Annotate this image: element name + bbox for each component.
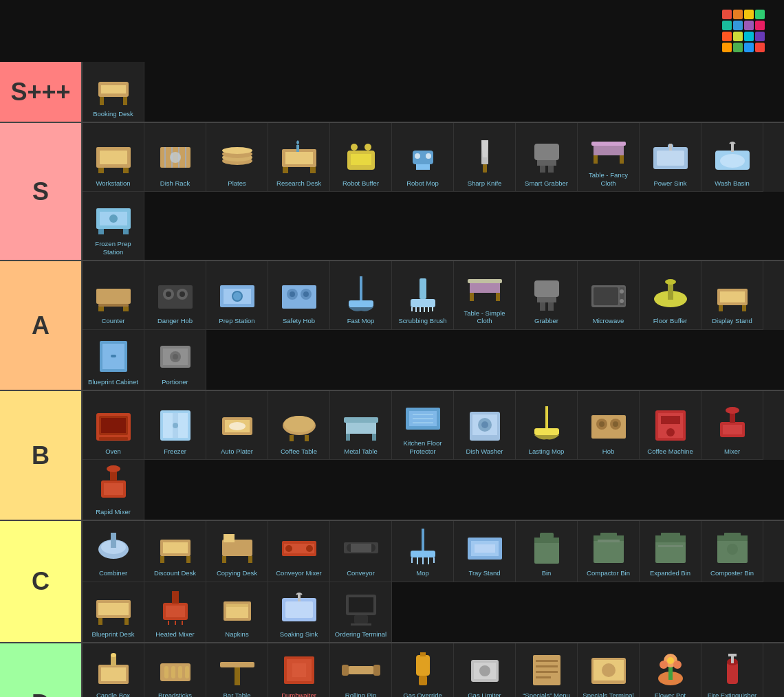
item-discount-desk[interactable]: Discount Desk bbox=[144, 521, 206, 582]
item-counter[interactable]: Counter bbox=[83, 261, 144, 330]
item-soaking-sink[interactable]: Soaking Sink bbox=[268, 582, 330, 642]
item-frozen-prep-station[interactable]: Frozen Prep Station bbox=[83, 192, 144, 260]
svg-rect-212 bbox=[235, 667, 240, 685]
item-composter-bin[interactable]: Composter Bin bbox=[701, 521, 763, 582]
item-candle-box[interactable]: Candle Box bbox=[83, 643, 144, 697]
item-label: Plates bbox=[228, 179, 246, 187]
item-plates[interactable]: Plates bbox=[206, 123, 268, 192]
item-scrubbing-brush[interactable]: Scrubbing Brush bbox=[392, 261, 454, 330]
item-portioner[interactable]: Portioner bbox=[144, 330, 206, 390]
item-label: Robot Mop bbox=[406, 179, 438, 187]
item-breadsticks[interactable]: Breadsticks bbox=[144, 643, 206, 697]
item-label: Frozen Prep Station bbox=[85, 240, 141, 256]
item-metal-table[interactable]: Metal Table bbox=[330, 391, 392, 460]
item-specials-terminal[interactable]: Specials Terminal bbox=[578, 643, 640, 697]
item-icon-bin bbox=[524, 525, 569, 566]
item-prep-station[interactable]: Prep Station bbox=[206, 261, 268, 330]
item-dish-washer[interactable]: Dish Washer bbox=[454, 391, 516, 460]
svg-rect-116 bbox=[305, 435, 309, 441]
item-icon-coffee bbox=[648, 403, 693, 445]
item-fast-mop[interactable]: Fast Mop bbox=[330, 261, 392, 330]
item-heated-mixer[interactable]: Heated Mixer bbox=[144, 582, 206, 642]
item-mop[interactable]: Mop bbox=[392, 521, 454, 582]
svg-rect-2 bbox=[100, 97, 104, 105]
item-blueprint-cabinet[interactable]: Blueprint Cabinet bbox=[83, 330, 144, 390]
item-icon-napkins bbox=[215, 586, 259, 628]
item-blueprint-desk[interactable]: Blueprint Desk bbox=[83, 582, 144, 642]
item-kitchen-floor-protector[interactable]: Kitchen Floor Protector bbox=[392, 391, 454, 460]
item-coffee-table[interactable]: Coffee Table bbox=[268, 391, 330, 460]
item-copying-desk[interactable]: Copying Desk bbox=[206, 521, 268, 582]
item-rapid-mixer[interactable]: Rapid Mixer bbox=[83, 460, 144, 520]
item-grabber[interactable]: Grabber bbox=[516, 261, 578, 330]
tier-row-d: DCandle BoxBreadsticksBar TableDumbwaite… bbox=[0, 643, 784, 697]
svg-rect-150 bbox=[163, 542, 188, 553]
item-coffee-machine[interactable]: Coffee Machine bbox=[640, 391, 701, 460]
item-label: Dish Rack bbox=[160, 179, 190, 187]
svg-rect-37 bbox=[548, 166, 554, 173]
item-table---fancy-cloth[interactable]: Table - Fancy Cloth bbox=[578, 123, 640, 192]
item-smart-grabber[interactable]: Smart Grabber bbox=[516, 123, 578, 192]
item-label: Oven bbox=[105, 447, 121, 455]
svg-rect-216 bbox=[346, 666, 376, 674]
tier-sppp-row-0: Booking Desk bbox=[83, 62, 784, 122]
tier-row-a: ACounterDanger HobPrep StationSafety Hob… bbox=[0, 261, 784, 391]
item-auto-plater[interactable]: Auto Plater bbox=[206, 391, 268, 460]
item-gas-override[interactable]: Gas Override bbox=[392, 643, 454, 697]
item-sharp-knife[interactable]: Sharp Knife bbox=[454, 123, 516, 192]
item-dumbwaiter[interactable]: Dumbwaiter bbox=[268, 643, 330, 697]
svg-rect-154 bbox=[224, 534, 235, 542]
item-napkins[interactable]: Napkins bbox=[206, 582, 268, 642]
item-bar-table[interactable]: Bar Table bbox=[206, 643, 268, 697]
item-gas-limiter[interactable]: Gas Limiter bbox=[454, 643, 516, 697]
item-compactor-bin[interactable]: Compactor Bin bbox=[578, 521, 640, 582]
item-conveyor-mixer[interactable]: Conveyor Mixer bbox=[268, 521, 330, 582]
svg-rect-97 bbox=[111, 355, 116, 357]
item-bin[interactable]: Bin bbox=[516, 521, 578, 582]
item-combiner[interactable]: Combiner bbox=[83, 521, 144, 582]
svg-rect-76 bbox=[470, 283, 500, 293]
tier-label-c: C bbox=[0, 521, 83, 642]
tier-b-row-1: Rapid Mixer bbox=[83, 460, 784, 520]
item-tray-stand[interactable]: Tray Stand bbox=[454, 521, 516, 582]
item-microwave[interactable]: Microwave bbox=[578, 261, 640, 330]
svg-point-184 bbox=[727, 544, 738, 555]
item-mixer[interactable]: Mixer bbox=[701, 391, 763, 460]
item-display-stand[interactable]: Display Stand bbox=[701, 261, 763, 330]
item-conveyor[interactable]: Conveyor bbox=[330, 521, 392, 582]
item-label: Research Desk bbox=[276, 179, 321, 187]
item-rolling-pin[interactable]: Rolling Pin bbox=[330, 643, 392, 697]
item-danger-hob[interactable]: Danger Hob bbox=[144, 261, 206, 330]
item-icon-menu bbox=[524, 648, 569, 689]
item-power-sink[interactable]: Power Sink bbox=[640, 123, 701, 192]
item-label: Mop bbox=[416, 569, 428, 577]
item-robot-mop[interactable]: Robot Mop bbox=[392, 123, 454, 192]
item-freezer[interactable]: Freezer bbox=[144, 391, 206, 460]
svg-rect-48 bbox=[731, 142, 734, 152]
svg-rect-194 bbox=[226, 604, 248, 607]
item-table---simple-cloth[interactable]: Table - Simple Cloth bbox=[454, 261, 516, 330]
item-dish-rack[interactable]: Dish Rack bbox=[144, 123, 206, 192]
item-specials-menu[interactable]: “Specials” Menu bbox=[516, 643, 578, 697]
item-robot-buffer[interactable]: Robot Buffer bbox=[330, 123, 392, 192]
item-label: Heated Mixer bbox=[155, 630, 195, 638]
item-hob[interactable]: Hob bbox=[578, 391, 640, 460]
svg-rect-169 bbox=[475, 544, 495, 553]
item-research-desk[interactable]: Research Desk bbox=[268, 123, 330, 192]
svg-point-30 bbox=[426, 153, 431, 159]
item-oven[interactable]: Oven bbox=[83, 391, 144, 460]
svg-rect-164 bbox=[351, 544, 371, 552]
item-wash-basin[interactable]: Wash Basin bbox=[701, 123, 763, 192]
svg-rect-57 bbox=[123, 307, 129, 311]
item-label: Smart Grabber bbox=[525, 179, 568, 187]
tier-row-b: BOvenFreezerAuto PlaterCoffee TableMetal… bbox=[0, 391, 784, 521]
item-expanded-bin[interactable]: Expanded Bin bbox=[640, 521, 701, 582]
item-ordering-terminal[interactable]: Ordering Terminal bbox=[330, 582, 392, 642]
item-booking-desk[interactable]: Booking Desk bbox=[83, 62, 144, 122]
item-safety-hob[interactable]: Safety Hob bbox=[268, 261, 330, 330]
item-workstation[interactable]: Workstation bbox=[83, 123, 144, 192]
item-flower-pot[interactable]: Flower Pot bbox=[640, 643, 701, 697]
item-fire-extinguisher[interactable]: Fire Extinguisher bbox=[701, 643, 763, 697]
item-lasting-mop[interactable]: Lasting Mop bbox=[516, 391, 578, 460]
item-floor-buffer[interactable]: Floor Buffer bbox=[640, 261, 701, 330]
